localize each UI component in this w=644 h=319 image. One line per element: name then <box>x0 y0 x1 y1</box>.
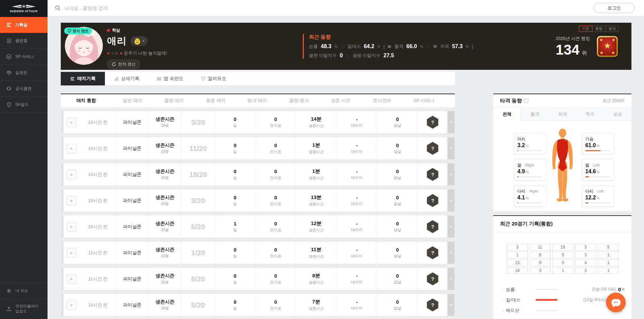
sniper-scope-icon <box>433 44 437 48</box>
stat-kill: 1 킬 <box>215 216 255 238</box>
category-survival[interactable]: 생존 시즌 <box>320 98 362 104</box>
tab-duo[interactable]: 알려듀오 <box>192 72 235 85</box>
stat-assassination: 0 암살 <box>377 137 418 159</box>
category-tournament[interactable]: 토너먼트 <box>362 98 403 104</box>
match-row[interactable]: ▶ 10시간 전 파이널존 생존시즌 20명 3/20 0 킬 0 인식표 <box>61 111 455 134</box>
sidebar-item-official-clan[interactable]: 공식클랜 <box>0 81 48 97</box>
play-replay-button[interactable]: ▶ <box>67 222 76 232</box>
grid-cell: 5 <box>552 252 573 258</box>
match-row[interactable]: ▶ 11시간 전 파이널존 생존시즌 20명 1/20 0 킬 0 인식표 <box>61 241 455 264</box>
category-total[interactable]: 매치 통합 <box>61 98 112 104</box>
play-replay-button[interactable]: ▶ <box>67 170 76 179</box>
tab-map-mastery[interactable]: 맵 숙련도 <box>148 72 192 85</box>
row-accent-strip <box>61 137 63 159</box>
row-expand-button[interactable]: ▼ <box>447 216 455 238</box>
recent-trend-block: 최근 동향 승률 48.3 % | 킬데스 64.2 % [ 돌격 66.0 %… <box>303 34 473 59</box>
row-expand-button[interactable]: ▼ <box>447 111 455 133</box>
category-normal[interactable]: 일반 매치 <box>112 98 153 104</box>
match-row-list: ▶ 10시간 전 파이널존 생존시즌 20명 3/20 0 킬 0 인식표 <box>61 111 455 319</box>
sidebar-item-label: 클랜홈 <box>15 38 27 44</box>
chat-fab-button[interactable]: ••• <box>606 293 626 312</box>
play-replay-button[interactable]: ▶ <box>67 196 76 205</box>
win-rate-value: 48.3 <box>321 43 331 49</box>
hit-tab-assault[interactable]: 돌격 <box>521 108 549 121</box>
category-clan-rank[interactable]: 클랜 랭크 <box>278 98 320 104</box>
sidebar-item-records[interactable]: 기록실 <box>0 17 48 33</box>
stat-kill: 0 킬 <box>215 137 255 159</box>
category-ranked[interactable]: 랭크 매치 <box>237 98 278 104</box>
category-mercenary[interactable]: 용병 매치 <box>195 98 237 104</box>
sidebar-item-guillotine[interactable]: 길로틴 <box>0 65 48 81</box>
row-expand-button[interactable]: ▼ <box>447 190 455 212</box>
win-rate-label: 승률 <box>309 43 318 49</box>
match-row[interactable]: ▶ 11시간 전 파이널존 생존시즌 20명 8/20 0 킬 0 인식표 <box>61 267 455 290</box>
match-map: 파이널존 <box>116 268 148 290</box>
category-clan[interactable]: 클랜 매치 <box>153 98 195 104</box>
assault-value: 66.0 <box>406 43 417 49</box>
mentor-badge-label: 정식 멘토 <box>73 28 89 34</box>
logo[interactable]: SUDDEN ATTACK <box>0 0 48 17</box>
body-figure <box>545 128 580 203</box>
emoji-selector[interactable]: ▾ <box>131 36 147 46</box>
sidebar-item-clanhome[interactable]: 클랜홈 <box>0 33 48 49</box>
recent20-grid: 3 11 18 3 5 1 8 5 3 1 15 9 <box>507 244 619 274</box>
search-input[interactable] <box>64 5 207 11</box>
stat-kill: 0 킬 <box>215 190 255 212</box>
grid-cell: 5 <box>552 259 573 266</box>
hit-tab-sniper[interactable]: 저격 <box>549 108 576 121</box>
tab-rank[interactable]: 랭크 <box>605 26 619 32</box>
heart-icon: ♥ <box>107 51 110 56</box>
play-replay-button[interactable]: ▶ <box>67 274 76 284</box>
sidebar-item-my-info[interactable]: 내 정보 <box>0 283 48 299</box>
hit-tab-support[interactable]: 보조 <box>604 108 631 121</box>
match-map: 파이널존 <box>116 137 148 159</box>
category-sp-arena[interactable]: SP 아레나 <box>403 98 445 104</box>
match-row[interactable]: ▶ 10시간 전 파이널존 생존시즌 20명 18/20 0 킬 0 인식표 <box>61 163 455 186</box>
sidebar-item-sa-shield[interactable]: SA쉴드 <box>0 97 48 113</box>
hit-trend-tabs: 전체 돌격 저격 특수 보조 <box>493 108 631 121</box>
match-time: 10시간 전 <box>80 111 116 133</box>
status-text: 윤주가 너랑 놀지말래! <box>124 50 167 56</box>
sidebar-item-sp-arena[interactable]: SP SP 아레나 <box>0 49 48 65</box>
row-accent-strip <box>61 111 63 133</box>
unknown-grade-icon: ? <box>427 273 438 285</box>
row-expand-button[interactable]: ▼ <box>447 268 455 290</box>
row-expand-button[interactable]: ▼ <box>447 163 455 185</box>
play-replay-button[interactable]: ▶ <box>67 300 76 310</box>
sidebar-item-label: SA쉴드 <box>15 102 29 107</box>
row-expand-button[interactable]: ▼ <box>447 137 455 159</box>
grid-cell: 18 <box>552 244 573 251</box>
tab-match-records[interactable]: 매치기록 <box>61 72 105 85</box>
match-row[interactable]: ▶ 11시간 전 파이널존 생존시즌 20명 5/20 0 킬 0 인식표 <box>61 294 455 316</box>
tab-season[interactable]: 시즌 <box>579 26 592 32</box>
sidebar-item-replay-upload[interactable]: 전장리플레이업로드 <box>0 299 48 319</box>
hit-tab-special[interactable]: 특수 <box>576 108 604 121</box>
clan-leave-value: 0 <box>340 53 343 59</box>
row-expand-button[interactable]: ▼ <box>447 242 455 264</box>
assault-rifle-icon <box>388 45 391 48</box>
duo-heart-icon <box>201 77 205 81</box>
row-expand-button[interactable]: ▼ <box>447 294 455 316</box>
guillotine-icon <box>6 69 12 76</box>
login-button[interactable]: 로그인 <box>594 3 634 13</box>
play-replay-button[interactable]: ▶ <box>67 144 76 153</box>
play-replay-button[interactable]: ▶ <box>67 118 76 127</box>
unknown-grade-icon: ? <box>427 246 438 259</box>
tab-total[interactable]: 통합 <box>592 26 606 32</box>
refresh-record-button[interactable]: 전적 갱신 <box>107 60 140 69</box>
grade-badge: ? <box>418 137 447 159</box>
match-row[interactable]: ▶ 10시간 전 파이널존 생존시즌 20명 3/20 0 킬 0 인식표 <box>61 189 455 212</box>
grid-cell: 3 <box>507 244 528 251</box>
unknown-grade-icon: ? <box>427 142 438 155</box>
stat-assassination: 0 암살 <box>377 163 418 185</box>
hit-tab-all[interactable]: 전체 <box>493 108 521 121</box>
rank-tier-badge: ★ ★ ★ ★ ★ <box>597 36 618 57</box>
recent20-header: 최근 20경기 기록(통합) <box>493 216 631 232</box>
mentor-heart-icon <box>68 29 71 33</box>
tab-detail-records[interactable]: 상세기록 <box>105 72 148 85</box>
match-row[interactable]: ▶ 10시간 전 파이널존 생존시즌 20명 11/20 0 킬 0 인식표 <box>61 137 455 160</box>
play-replay-button[interactable]: ▶ <box>67 248 76 258</box>
match-mode: 생존시즌 20명 <box>148 190 181 212</box>
info-icon[interactable]: i <box>524 99 528 103</box>
match-row[interactable]: ▶ 10시간 전 파이널존 생존시즌 20명 5/20 1 킬 0 인식표 <box>61 215 455 238</box>
